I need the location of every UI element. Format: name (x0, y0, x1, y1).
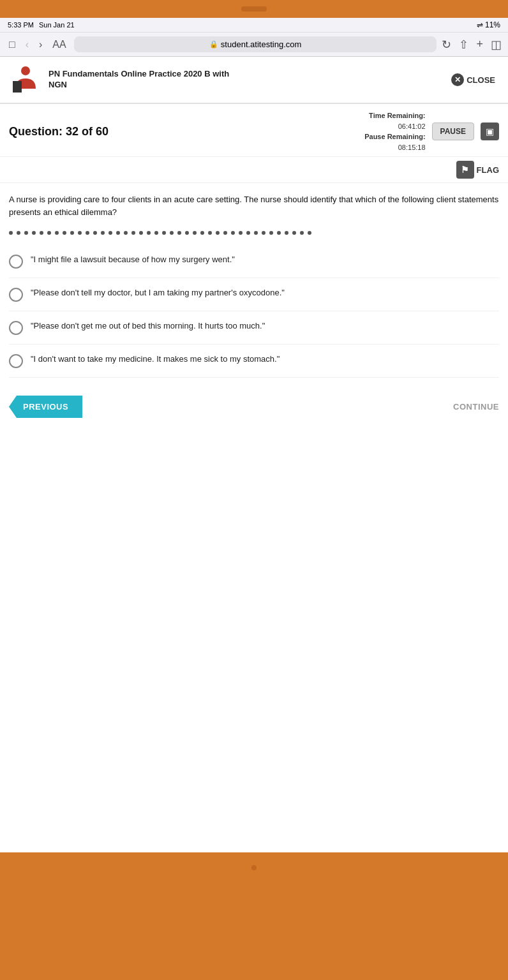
home-indicator-bottom (251, 865, 257, 870)
dot (9, 231, 13, 235)
dot (162, 231, 166, 235)
share-button[interactable]: ⇧ (459, 38, 468, 52)
nav-buttons: PREVIOUS CONTINUE (0, 385, 508, 428)
close-label: CLOSE (467, 75, 495, 85)
dot (177, 231, 181, 235)
reload-button[interactable]: ↻ (442, 38, 451, 52)
option-text-a: "I might file a lawsuit because of how m… (31, 254, 235, 265)
dot (239, 231, 243, 235)
dot (70, 231, 74, 235)
dot (285, 231, 288, 235)
back-button[interactable]: ‹ (23, 38, 31, 52)
previous-button[interactable]: PREVIOUS (9, 396, 82, 418)
dot (139, 231, 143, 235)
main-screen: 5:33 PM Sun Jan 21 ⇌ 11% □ ‹ › AA 🔒 stud… (0, 18, 508, 852)
dot (131, 231, 135, 235)
radio-button-d[interactable] (9, 354, 23, 368)
ati-logo (9, 63, 42, 96)
pause-button[interactable]: PAUSE (432, 122, 474, 140)
device-top (0, 0, 508, 18)
dot (308, 231, 311, 235)
dot (170, 231, 174, 235)
dot (154, 231, 158, 235)
answer-option-d[interactable]: "I don't want to take my medicine. It ma… (9, 345, 499, 378)
dot (101, 231, 105, 235)
status-bar-left: 5:33 PM Sun Jan 21 (8, 21, 75, 29)
close-circle-icon: ✕ (451, 73, 464, 86)
url-text: student.atitesting.com (221, 40, 301, 49)
radio-button-c[interactable] (9, 321, 23, 335)
browser-toolbar-actions: ↻ ⇧ + ◫ (442, 38, 502, 52)
dot (269, 231, 273, 235)
dot (277, 231, 281, 235)
dot (55, 231, 59, 235)
dot (93, 231, 97, 235)
address-bar[interactable]: 🔒 student.atitesting.com (74, 36, 437, 52)
dots-separator (0, 225, 508, 241)
dot (216, 231, 220, 235)
flag-icon: ⚑ (456, 161, 474, 179)
status-date: Sun Jan 21 (39, 21, 75, 29)
option-text-c: "Please don't get me out of bed this mor… (31, 320, 265, 332)
dot (254, 231, 258, 235)
close-button[interactable]: ✕ CLOSE (447, 71, 499, 89)
dot (292, 231, 296, 235)
radio-button-b[interactable] (9, 288, 23, 302)
dot (262, 231, 265, 235)
status-time: 5:33 PM (8, 21, 34, 29)
forward-button[interactable]: › (36, 38, 45, 52)
svg-point-0 (21, 66, 30, 75)
lock-icon: 🔒 (209, 40, 218, 48)
dot (124, 231, 128, 235)
timer-area: Time Remaining: 06:41:02 Pause Remaining… (364, 110, 499, 152)
tabs-button[interactable]: ◫ (491, 38, 502, 52)
option-text-d: "I don't want to take my medicine. It ma… (31, 353, 280, 365)
time-value: 06:41:02 (364, 121, 425, 132)
dot (147, 231, 151, 235)
home-indicator-top (241, 6, 267, 11)
font-size-label: AA (50, 38, 68, 52)
browser-toolbar: □ ‹ › AA 🔒 student.atitesting.com ↻ ⇧ + … (0, 32, 508, 56)
answer-option-c[interactable]: "Please don't get me out of bed this mor… (9, 311, 499, 345)
flag-row: ⚑ FLAG (0, 157, 508, 183)
timer-info: Time Remaining: 06:41:02 Pause Remaining… (364, 110, 425, 152)
sidebar-toggle-button[interactable]: □ (6, 38, 18, 52)
dot (17, 231, 20, 235)
dot (47, 231, 51, 235)
browser-chrome: 5:33 PM Sun Jan 21 ⇌ 11% □ ‹ › AA 🔒 stud… (0, 18, 508, 57)
wifi-icon: ⇌ 11% (477, 20, 500, 29)
dot (208, 231, 212, 235)
dot (86, 231, 89, 235)
continue-button[interactable]: CONTINUE (453, 396, 499, 418)
flag-button[interactable]: ⚑ FLAG (456, 161, 499, 179)
ati-logo-area: PN Fundamentals Online Practice 2020 B w… (9, 63, 229, 96)
answer-option-b[interactable]: "Please don't tell my doctor, but I am t… (9, 278, 499, 311)
dot (24, 231, 28, 235)
ati-header: PN Fundamentals Online Practice 2020 B w… (0, 57, 508, 104)
dot (108, 231, 112, 235)
dot (63, 231, 66, 235)
dot (246, 231, 250, 235)
status-bar-right: ⇌ 11% (477, 20, 500, 29)
dot (78, 231, 82, 235)
dot (193, 231, 197, 235)
add-tab-button[interactable]: + (476, 38, 483, 51)
dot (185, 231, 189, 235)
dot (300, 231, 304, 235)
radio-button-a[interactable] (9, 255, 23, 269)
pause-remaining-label: Pause Remaining: (364, 131, 425, 142)
dot (231, 231, 235, 235)
time-remaining-label: Time Remaining: (364, 110, 425, 121)
dot (116, 231, 120, 235)
calculator-button[interactable]: ▣ (481, 122, 499, 140)
dot (40, 231, 43, 235)
answer-option-a[interactable]: "I might file a lawsuit because of how m… (9, 245, 499, 278)
flag-label: FLAG (477, 165, 499, 175)
option-text-b: "Please don't tell my doctor, but I am t… (31, 287, 285, 299)
question-body: A nurse is providing care to four client… (0, 183, 508, 225)
answer-options: "I might file a lawsuit because of how m… (0, 241, 508, 382)
device-bottom (0, 852, 508, 980)
status-bar: 5:33 PM Sun Jan 21 ⇌ 11% (0, 18, 508, 32)
dot (32, 231, 36, 235)
pause-value: 08:15:18 (364, 142, 425, 153)
